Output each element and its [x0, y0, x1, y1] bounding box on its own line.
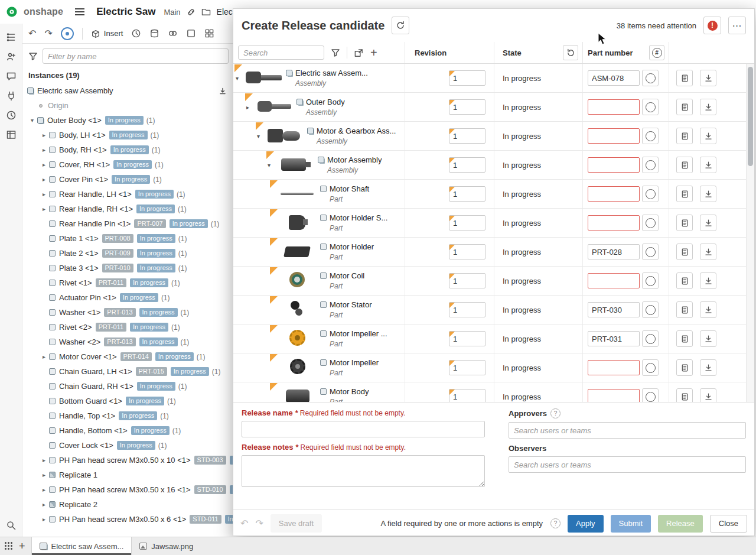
- auto-number-button[interactable]: [642, 272, 659, 289]
- auto-number-button[interactable]: [642, 359, 659, 376]
- share-link-icon[interactable]: [187, 8, 195, 17]
- auto-number-button[interactable]: [642, 301, 659, 318]
- tree-item[interactable]: ▸ PH Pan head screw M3x0.50 x 10 <1> STD…: [22, 453, 233, 468]
- release-item-row[interactable]: Motor Holder S... Part In pro: [233, 209, 746, 238]
- sketch-tool-icon[interactable]: [61, 27, 74, 40]
- part-number-input[interactable]: [588, 99, 640, 115]
- folder-name-label[interactable]: Elec: [217, 7, 233, 17]
- tree-item[interactable]: ▸ Replicate 2: [22, 497, 233, 512]
- tree-item[interactable]: ▸ Cover Pin <1> In progress (1): [22, 172, 233, 187]
- tree-item[interactable]: ▾ Outer Body <1> In progress (1): [22, 113, 233, 128]
- tree-item[interactable]: Rivet <1> PRT-011 In progress (1): [22, 275, 233, 290]
- release-notes-textarea[interactable]: [242, 455, 485, 487]
- part-number-input[interactable]: [588, 273, 640, 288]
- tree-expand-chevron-icon[interactable]: ▸: [39, 353, 49, 360]
- tree-expand-chevron-icon[interactable]: ▸: [39, 472, 49, 478]
- item-properties-button[interactable]: [676, 157, 693, 173]
- form-undo-button[interactable]: ↶: [240, 518, 248, 529]
- item-properties-button[interactable]: [676, 388, 693, 402]
- tables-icon[interactable]: [6, 129, 17, 140]
- release-item-row[interactable]: Motor Coil Part In progress: [233, 267, 746, 296]
- release-item-row[interactable]: ▾ Electric saw Assem... Assembly: [233, 64, 746, 93]
- tree-item[interactable]: Cover Lock <1> In progress (1): [22, 438, 233, 453]
- tree-item[interactable]: Handle, Bottom <1> In progress (1): [22, 423, 233, 438]
- tree-expand-chevron-icon[interactable]: ▸: [39, 176, 49, 183]
- item-download-button[interactable]: [700, 70, 716, 86]
- part-number-input[interactable]: [588, 331, 640, 346]
- refresh-candidates-button[interactable]: [392, 17, 409, 34]
- tree-item[interactable]: Origin: [22, 98, 233, 113]
- tree-item[interactable]: ▸ PH Pan head screw M3x0.50 x 6 <1> STD-…: [22, 512, 233, 527]
- item-properties-button[interactable]: [676, 186, 693, 202]
- item-download-button[interactable]: [700, 215, 716, 231]
- tree-item[interactable]: ▸ Replicate 1: [22, 468, 233, 482]
- release-item-row[interactable]: ▸ Outer Body Assembly: [233, 93, 746, 122]
- auto-number-button[interactable]: [642, 186, 659, 202]
- history-icon[interactable]: [6, 110, 17, 121]
- item-properties-button[interactable]: [676, 272, 693, 289]
- submit-button[interactable]: Submit: [611, 515, 651, 533]
- filter-input[interactable]: [43, 48, 229, 64]
- apply-button[interactable]: Apply: [568, 515, 604, 533]
- release-item-row[interactable]: Motor Stator Part In progress: [233, 296, 746, 324]
- ground-anchor-icon[interactable]: [219, 87, 226, 95]
- workspace-branch-label[interactable]: Main: [164, 8, 180, 17]
- part-number-input[interactable]: [588, 215, 640, 231]
- attention-filter-button[interactable]: !: [703, 17, 721, 34]
- part-number-input[interactable]: [588, 389, 640, 402]
- apps-grid-icon[interactable]: [5, 542, 13, 550]
- pattern-tool-icon[interactable]: [186, 28, 196, 38]
- release-item-row[interactable]: ▾ Motor & Gearbox Ass... Assembly: [233, 122, 746, 151]
- tree-item[interactable]: Plate 3 <1> PRT-010 In progress (1): [22, 261, 233, 275]
- item-properties-button[interactable]: [676, 359, 693, 376]
- tree-item[interactable]: Bottom Guard <1> In progress (1): [22, 394, 233, 408]
- row-expand-chevron-icon[interactable]: ▾: [236, 75, 245, 82]
- item-properties-button[interactable]: [676, 244, 693, 260]
- dialog-menu-button[interactable]: ⋯: [728, 17, 746, 34]
- auto-number-button[interactable]: [642, 330, 659, 347]
- row-expand-chevron-icon[interactable]: ▾: [268, 162, 277, 168]
- release-item-row[interactable]: Motor Impeller ... Part In pr: [233, 324, 746, 353]
- part-number-input[interactable]: [588, 70, 640, 86]
- part-number-input[interactable]: [588, 128, 640, 144]
- tree-item[interactable]: ▸ Rear Handle, LH <1> In progress (1): [22, 187, 233, 202]
- observers-input[interactable]: [509, 456, 746, 473]
- auto-number-button[interactable]: [642, 99, 659, 115]
- item-download-button[interactable]: [700, 301, 716, 318]
- part-number-input[interactable]: [588, 157, 640, 173]
- auto-number-button[interactable]: [642, 244, 659, 260]
- item-download-button[interactable]: [700, 272, 716, 289]
- item-properties-button[interactable]: [676, 301, 693, 318]
- tree-item[interactable]: ▸ Cover, RH <1> In progress (1): [22, 157, 233, 172]
- release-item-row[interactable]: Motor Body Part In progress: [233, 382, 746, 402]
- comments-icon[interactable]: [6, 71, 17, 82]
- auto-number-button[interactable]: [642, 388, 659, 402]
- item-download-button[interactable]: [700, 186, 716, 202]
- item-download-button[interactable]: [700, 128, 716, 144]
- save-draft-button[interactable]: Save draft: [271, 514, 322, 533]
- tree-expand-chevron-icon[interactable]: ▸: [39, 486, 49, 493]
- item-download-button[interactable]: [700, 157, 716, 173]
- help-icon[interactable]: ?: [550, 408, 561, 418]
- insert-button[interactable]: Insert: [91, 29, 123, 38]
- tree-item[interactable]: Actuator Pin <1> In progress (1): [22, 290, 233, 305]
- tree-item[interactable]: Chain Guard, LH <1> PRT-015 In progress …: [22, 364, 233, 379]
- release-button[interactable]: Release: [658, 515, 703, 533]
- release-name-input[interactable]: [242, 421, 485, 437]
- scrollbar-thumb[interactable]: [748, 67, 753, 166]
- release-item-row[interactable]: Motor Shaft Part In progress: [233, 180, 746, 209]
- row-expand-chevron-icon[interactable]: ▾: [257, 133, 266, 139]
- document-tab[interactable]: Jawsaw.png: [132, 537, 201, 555]
- tree-expand-chevron-icon[interactable]: ▸: [39, 191, 49, 197]
- revolve-tool-icon[interactable]: [149, 28, 159, 38]
- document-tab[interactable]: Electric saw Assem...: [31, 537, 132, 555]
- table-scrollbar[interactable]: [746, 64, 754, 402]
- redo-button[interactable]: ↷: [44, 28, 52, 39]
- search-features-icon[interactable]: [6, 520, 17, 531]
- tree-expand-chevron-icon[interactable]: ▸: [39, 516, 49, 522]
- release-item-row[interactable]: Motor Holder Part In progress: [233, 238, 746, 267]
- auto-number-button[interactable]: [642, 128, 659, 144]
- assembly-tree-icon[interactable]: [6, 32, 17, 43]
- state-history-button[interactable]: [563, 45, 578, 60]
- tree-expand-chevron-icon[interactable]: ▸: [39, 132, 49, 138]
